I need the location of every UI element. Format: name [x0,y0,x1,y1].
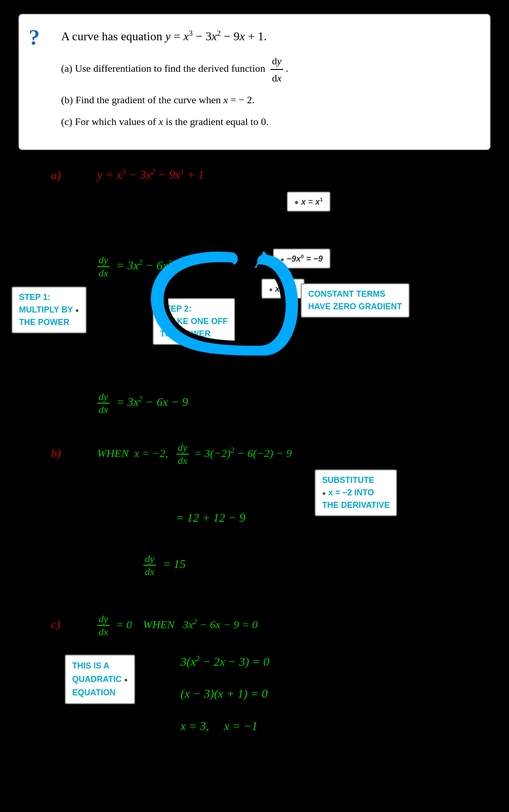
question-part-c: (c) For which values of x is the gradien… [61,113,471,130]
part-c-equation: dy dx = 0 WHEN 3x2 − 6x − 9 = 0 [97,613,258,638]
part-b-equation: WHEN x = −2, dy dx = 3(−2)2 − 6(−2) − 9 [97,442,292,467]
question-box: ? A curve has equation y = x3 − 3x2 − 9x… [19,14,490,150]
step1-box: STEP 1:MULTIPLY BY ●THE POWER [12,287,87,333]
part-c-step2: (x − 3)(x + 1) = 0 [180,687,267,701]
question-icon: ? [29,26,40,49]
part-c-final: x = 3, x = −1 [180,719,258,733]
constant-terms-box: CONSTANT TERMSHAVE ZERO GRADIENT [301,283,410,318]
tag-x-eq-x1-first: ● x = x1 [287,192,330,212]
question-title: A curve has equation y = x3 − 3x2 − 9x +… [61,29,471,44]
solution-area: a) y = x3 − 3x2 − 9x1 + 1 ● x = x1 dy dx… [0,164,509,812]
question-part-b: (b) Find the gradient of the curve when … [61,92,471,108]
part-a-label: a) [51,169,61,182]
question-content: A curve has equation y = x3 − 3x2 − 9x +… [61,29,471,130]
part-b-label: b) [51,446,61,460]
substitute-box: SUBSTITUTE● x = −2 INTOTHE DERIVATIVE [315,469,397,516]
question-part-a: (a) Use differentiation to find the deri… [61,53,471,86]
derivative-final: dy dx = 3x2 − 6x − 9 [97,391,188,416]
quadratic-box: THIS IS AQUADRATIC ●EQUATION [65,655,135,704]
part-c-label: c) [51,618,60,631]
circular-arrow [134,247,301,365]
part-c-step1: 3(x2 − 2x − 3) = 0 [180,655,269,669]
part-b-step2: = 12 + 12 − 9 [176,511,245,525]
part-b-final: dy dx = 15 [143,553,186,578]
part-a-equation: y = x3 − 3x2 − 9x1 + 1 [97,168,204,182]
